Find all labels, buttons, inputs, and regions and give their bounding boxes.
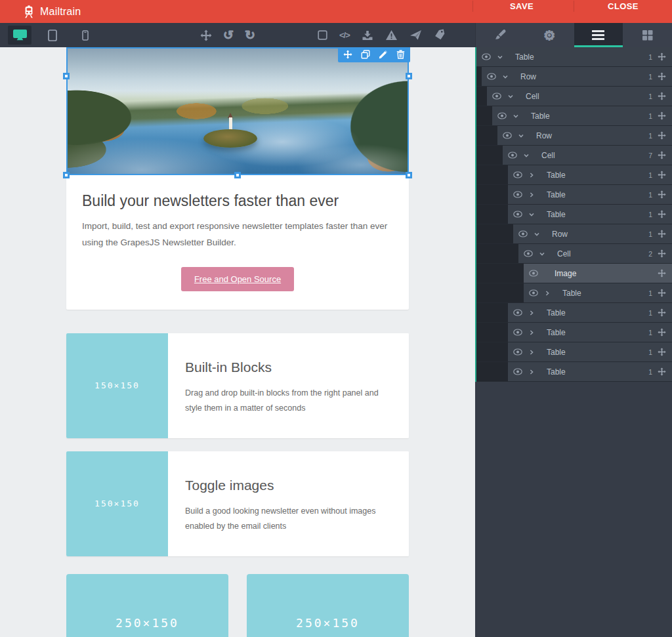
toggle-borders-button[interactable] xyxy=(318,23,327,47)
component-move-button[interactable] xyxy=(343,47,352,62)
move-handle-icon[interactable] xyxy=(658,348,666,356)
free-open-source-button[interactable]: Free and Open Source xyxy=(181,267,294,291)
chevron-right-icon[interactable] xyxy=(528,192,535,198)
resize-handle-bottom-right[interactable] xyxy=(406,172,412,178)
visibility-toggle-icon[interactable] xyxy=(492,92,501,100)
layer-manager-tab[interactable] xyxy=(574,23,623,47)
resize-handle-right[interactable] xyxy=(406,73,412,79)
undo-button[interactable]: ↺ xyxy=(223,23,234,47)
layer-row-table[interactable]: Table1 xyxy=(476,205,672,224)
chevron-right-icon[interactable] xyxy=(528,349,535,356)
import-template-button[interactable] xyxy=(362,23,373,47)
chevron-down-icon[interactable] xyxy=(502,73,509,80)
layer-row-table[interactable]: Table1 xyxy=(476,185,672,205)
visibility-toggle-icon[interactable] xyxy=(513,329,522,336)
move-handle-icon[interactable] xyxy=(658,131,666,140)
move-handle-icon[interactable] xyxy=(658,367,666,376)
layer-row-cell[interactable]: Cell7 xyxy=(476,146,672,165)
layer-row-row[interactable]: Row1 xyxy=(476,224,672,244)
visibility-toggle-icon[interactable] xyxy=(508,152,517,159)
settings-tab[interactable]: ⚙ xyxy=(525,23,574,47)
chevron-right-icon[interactable] xyxy=(528,329,535,336)
save-button[interactable]: SAVE xyxy=(472,1,571,12)
chevron-down-icon[interactable] xyxy=(497,54,503,60)
chevron-right-icon[interactable] xyxy=(528,369,535,375)
visibility-toggle-icon[interactable] xyxy=(529,270,538,277)
drag-move-mode-button[interactable] xyxy=(200,23,212,47)
layer-row-cell[interactable]: Cell2 xyxy=(476,244,672,264)
chevron-down-icon[interactable] xyxy=(523,152,530,159)
visibility-toggle-icon[interactable] xyxy=(513,309,522,316)
visibility-toggle-icon[interactable] xyxy=(503,132,512,139)
move-handle-icon[interactable] xyxy=(658,171,666,179)
move-handle-icon[interactable] xyxy=(658,289,666,297)
move-handle-icon[interactable] xyxy=(658,308,666,317)
visibility-toggle-icon[interactable] xyxy=(487,73,496,80)
visibility-toggle-icon[interactable] xyxy=(513,211,522,218)
intro-section[interactable]: Build your newsletters faster than ever … xyxy=(66,175,409,310)
style-manager-tab[interactable] xyxy=(476,23,525,47)
resize-handle-bottom-center[interactable] xyxy=(234,172,241,178)
move-handle-icon[interactable] xyxy=(658,151,666,159)
visibility-toggle-icon[interactable] xyxy=(518,230,528,237)
send-test-button[interactable] xyxy=(410,23,422,47)
close-button[interactable]: CLOSE xyxy=(574,1,672,12)
layer-row-image[interactable]: Image xyxy=(476,264,672,283)
move-handle-icon[interactable] xyxy=(658,328,666,337)
move-handle-icon[interactable] xyxy=(658,190,666,199)
layer-row-table[interactable]: Table1 xyxy=(476,362,672,382)
resize-handle-left[interactable] xyxy=(63,73,70,79)
resize-handle-bottom-left[interactable] xyxy=(63,172,70,178)
layer-row-cell[interactable]: Cell1 xyxy=(476,87,672,106)
image-placeholder-250[interactable]: 250×150 xyxy=(247,574,409,637)
move-handle-icon[interactable] xyxy=(658,249,666,258)
visibility-toggle-icon[interactable] xyxy=(513,368,522,375)
editor-canvas[interactable]: Build your newsletters faster than ever … xyxy=(0,47,475,637)
open-code-button[interactable]: </> xyxy=(339,23,350,47)
chevron-right-icon[interactable] xyxy=(544,290,551,297)
layer-row-table[interactable]: Table1 xyxy=(476,323,672,342)
chevron-right-icon[interactable] xyxy=(528,172,535,178)
image-placeholder-250[interactable]: 250×150 xyxy=(66,574,228,637)
layer-row-row[interactable]: Row1 xyxy=(476,67,672,87)
device-tablet-button[interactable] xyxy=(41,26,64,45)
layer-row-table[interactable]: Table1 xyxy=(476,283,672,303)
built-in-blocks-section[interactable]: 150×150 Built-in Blocks Drag and drop bu… xyxy=(66,333,409,438)
template-tags-button[interactable] xyxy=(434,23,446,47)
chevron-down-icon[interactable] xyxy=(534,231,540,237)
layer-row-table[interactable]: Table1 xyxy=(476,47,672,67)
move-handle-icon[interactable] xyxy=(658,92,666,100)
layer-row-table[interactable]: Table1 xyxy=(476,303,672,323)
visibility-toggle-icon[interactable] xyxy=(497,112,507,119)
move-handle-icon[interactable] xyxy=(658,269,666,277)
device-desktop-button[interactable] xyxy=(8,26,32,45)
chevron-down-icon[interactable] xyxy=(518,133,524,139)
move-handle-icon[interactable] xyxy=(658,210,666,218)
clear-canvas-button[interactable] xyxy=(385,23,398,47)
visibility-toggle-icon[interactable] xyxy=(529,289,538,297)
redo-button[interactable]: ↻ xyxy=(245,23,255,47)
visibility-toggle-icon[interactable] xyxy=(513,348,522,356)
move-handle-icon[interactable] xyxy=(658,72,666,81)
component-delete-button[interactable] xyxy=(396,47,405,62)
move-handle-icon[interactable] xyxy=(658,112,666,120)
chevron-down-icon[interactable] xyxy=(513,113,519,119)
chevron-down-icon[interactable] xyxy=(539,251,545,257)
layer-row-table[interactable]: Table1 xyxy=(476,106,672,126)
chevron-right-icon[interactable] xyxy=(528,310,535,316)
move-handle-icon[interactable] xyxy=(658,52,666,61)
visibility-toggle-icon[interactable] xyxy=(482,53,491,60)
toggle-images-section[interactable]: 150×150 Toggle images Build a good looki… xyxy=(66,451,409,556)
component-edit-button[interactable] xyxy=(379,47,388,62)
selected-image-component[interactable] xyxy=(66,47,409,175)
layer-row-table[interactable]: Table1 xyxy=(476,165,672,185)
component-copy-button[interactable] xyxy=(361,47,370,62)
layer-row-row[interactable]: Row1 xyxy=(476,126,672,146)
visibility-toggle-icon[interactable] xyxy=(513,191,522,198)
blocks-tab[interactable] xyxy=(623,23,672,47)
move-handle-icon[interactable] xyxy=(658,230,666,238)
visibility-toggle-icon[interactable] xyxy=(513,171,522,178)
chevron-down-icon[interactable] xyxy=(528,211,535,218)
device-mobile-button[interactable] xyxy=(74,26,97,45)
layer-row-table[interactable]: Table1 xyxy=(476,342,672,362)
